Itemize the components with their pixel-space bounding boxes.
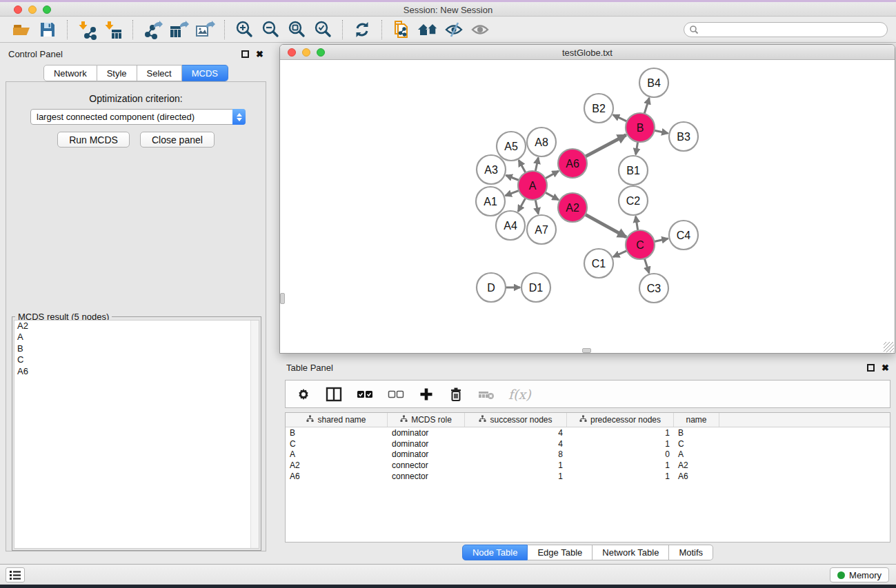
table-cell[interactable]: dominator (388, 428, 465, 438)
table-cell[interactable]: A6 (674, 472, 719, 481)
delete-column-icon[interactable] (448, 386, 464, 403)
table-cell[interactable]: 1 (567, 472, 674, 481)
table-cell[interactable]: 4 (465, 439, 567, 449)
tab-network[interactable]: Network (43, 65, 97, 81)
refresh-icon[interactable] (351, 19, 373, 40)
table-cell[interactable]: 8 (465, 449, 567, 459)
open-file-icon[interactable] (10, 19, 32, 40)
table-cell[interactable]: A (286, 449, 388, 459)
search-field[interactable] (684, 22, 888, 37)
float-table-panel-icon[interactable] (867, 364, 875, 372)
mcds-result-item[interactable]: A2 (14, 321, 259, 332)
tab-edge-table[interactable]: Edge Table (528, 545, 593, 560)
table-row[interactable]: A6connector11A6 (286, 471, 890, 482)
tab-network-table[interactable]: Network Table (593, 545, 669, 560)
table-cell[interactable]: 4 (465, 428, 567, 438)
column-header-MCDS-role[interactable]: MCDS role (388, 413, 465, 427)
import-network-icon[interactable] (76, 19, 98, 40)
network-graph[interactable]: B4B2BB3A5A8A6A3B1AA1C2A2A4A7C4CC1C3DD1 (280, 60, 895, 353)
table-row[interactable]: Cdominator41C (286, 438, 890, 449)
graph-edge-A-A1[interactable] (506, 190, 519, 195)
horizontal-scrollbar-thumb[interactable] (582, 348, 591, 353)
zoom-out-icon[interactable] (259, 19, 281, 40)
search-input[interactable] (699, 23, 887, 36)
column-header-predecessor-nodes[interactable]: predecessor nodes (567, 413, 674, 427)
close-panel-icon[interactable]: ✖ (256, 50, 263, 58)
delete-table-icon[interactable] (477, 386, 495, 403)
mcds-result-item[interactable]: A6 (14, 366, 259, 377)
network-window-titlebar[interactable]: testGlobe.txt (280, 45, 895, 60)
table-cell[interactable]: 1 (465, 460, 567, 470)
mcds-result-list[interactable]: A2ABCA6 (14, 320, 259, 549)
graph-edge-A-A3[interactable] (506, 175, 519, 180)
tab-motifs[interactable]: Motifs (669, 545, 713, 560)
column-header-name[interactable]: name (674, 413, 719, 427)
graph-edge-A6-B[interactable] (586, 135, 626, 156)
graph-edge-A-A4[interactable] (518, 198, 526, 211)
clone-network-icon[interactable] (390, 19, 412, 40)
tab-mcds[interactable]: MCDS (182, 65, 228, 81)
zoom-selected-icon[interactable] (312, 19, 334, 40)
graph-edge-C-C4[interactable] (654, 239, 668, 241)
close-table-panel-icon[interactable]: ✖ (882, 364, 889, 372)
window-resize-grip[interactable] (884, 342, 894, 352)
table-cell[interactable]: dominator (388, 439, 465, 449)
table-cell[interactable]: B (286, 428, 388, 438)
function-builder-icon[interactable]: f(x) (508, 387, 531, 402)
graph-edge-A-A6[interactable] (545, 171, 558, 179)
deselect-all-icon[interactable] (387, 386, 405, 403)
zoom-fit-icon[interactable] (286, 19, 308, 40)
export-table-icon[interactable] (168, 19, 190, 40)
graph-edge-B-B2[interactable] (613, 115, 627, 121)
table-cell[interactable]: 1 (465, 472, 567, 481)
table-cell[interactable]: 1 (567, 428, 674, 438)
table-cell[interactable]: 0 (567, 449, 674, 459)
vertical-scrollbar-thumb[interactable] (280, 293, 285, 304)
table-cell[interactable]: A2 (674, 460, 719, 470)
tab-select[interactable]: Select (137, 65, 182, 81)
table-cell[interactable]: A6 (286, 472, 388, 481)
table-cell[interactable]: dominator (388, 449, 465, 459)
graph-edge-A2-C[interactable] (585, 214, 626, 237)
table-cell[interactable]: C (674, 439, 719, 449)
run-mcds-button[interactable]: Run MCDS (57, 132, 130, 148)
tab-node-table[interactable]: Node Table (462, 545, 528, 560)
zoom-in-icon[interactable] (233, 19, 255, 40)
table-cell[interactable]: A2 (286, 460, 388, 470)
table-cell[interactable]: 1 (567, 439, 674, 449)
table-cell[interactable]: B (674, 428, 719, 438)
export-network-icon[interactable] (141, 19, 163, 40)
table-row[interactable]: Bdominator41B (286, 427, 890, 438)
table-row[interactable]: A2connector11A2 (286, 460, 890, 471)
graph-edge-C-C3[interactable] (644, 258, 649, 273)
graph-edge-B-B1[interactable] (636, 142, 638, 155)
table-row[interactable]: Adominator80A (286, 449, 890, 460)
column-header-successor-nodes[interactable]: successor nodes (465, 413, 567, 427)
column-header-shared-name[interactable]: shared name (286, 413, 388, 427)
graph-edge-B-B4[interactable] (644, 98, 649, 114)
graph-edge-A-A5[interactable] (519, 160, 526, 172)
import-table-icon[interactable] (102, 19, 124, 40)
hide-details-icon[interactable] (443, 19, 465, 40)
criterion-dropdown[interactable]: largest connected component (directed) (30, 109, 246, 125)
memory-button[interactable]: Memory (830, 567, 889, 582)
settings-gear-icon[interactable] (295, 386, 312, 403)
graph-edge-A-A2[interactable] (545, 192, 558, 200)
tab-style[interactable]: Style (97, 65, 137, 81)
table-cell[interactable]: connector (388, 460, 465, 470)
scrollbar-track[interactable] (250, 321, 259, 548)
mcds-result-item[interactable]: A (14, 332, 259, 343)
graph-edge-A-A8[interactable] (535, 158, 538, 172)
graph-edge-A-A7[interactable] (535, 200, 538, 214)
task-history-button[interactable] (6, 567, 25, 582)
choose-columns-icon[interactable] (325, 386, 343, 403)
network-canvas[interactable]: B4B2BB3A5A8A6A3B1AA1C2A2A4A7C4CC1C3DD1 (280, 60, 895, 353)
graph-edge-C-C2[interactable] (636, 216, 638, 231)
export-image-icon[interactable] (194, 19, 216, 40)
home-icon[interactable] (417, 19, 439, 40)
table-cell[interactable]: C (286, 439, 388, 449)
mcds-result-item[interactable]: B (14, 343, 259, 354)
mcds-result-item[interactable]: C (14, 354, 259, 365)
add-column-icon[interactable] (418, 386, 435, 403)
graph-edge-C-C1[interactable] (613, 251, 627, 257)
